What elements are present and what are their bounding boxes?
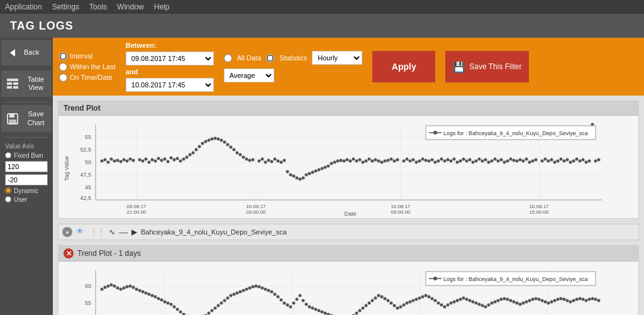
svg-point-56 — [167, 160, 170, 163]
svg-point-181 — [569, 161, 572, 164]
svg-point-49 — [145, 158, 148, 161]
svg-point-355 — [550, 301, 553, 304]
svg-text:15:00:00: 15:00:00 — [529, 209, 549, 215]
svg-point-279 — [311, 307, 314, 310]
user-radio[interactable] — [5, 196, 11, 202]
svg-text:42,5: 42,5 — [80, 195, 91, 201]
svg-point-226 — [145, 292, 148, 295]
table-view-button[interactable]: Table View — [1, 70, 52, 97]
axis-max-input[interactable] — [5, 161, 48, 172]
svg-point-85 — [261, 158, 264, 161]
svg-point-295 — [362, 307, 365, 310]
menu-application[interactable]: Application — [5, 3, 42, 11]
svg-point-172 — [541, 160, 544, 163]
svg-point-236 — [176, 308, 179, 311]
on-time-radio[interactable] — [59, 74, 67, 82]
dynamic-radio[interactable] — [5, 187, 11, 194]
back-button[interactable]: Back — [1, 40, 52, 65]
svg-point-146 — [456, 161, 459, 164]
save-filter-button[interactable]: 💾 Save This Filter — [445, 51, 529, 82]
svg-point-105 — [324, 166, 327, 169]
fixed-bwn-radio[interactable] — [5, 152, 11, 158]
svg-point-304 — [390, 302, 393, 305]
date-from-select[interactable]: 09.08.2017 17:45 — [126, 52, 214, 65]
svg-point-48 — [142, 160, 145, 163]
svg-point-148 — [462, 158, 465, 161]
all-data-radio[interactable] — [224, 54, 232, 62]
svg-point-283 — [324, 312, 327, 315]
svg-point-361 — [569, 301, 572, 304]
apply-button[interactable]: Apply — [372, 51, 435, 82]
charts-area[interactable]: Trend Plot 55 — [53, 96, 644, 315]
svg-point-163 — [509, 158, 513, 161]
line-style-icon[interactable]: — — [119, 227, 128, 237]
svg-point-357 — [557, 298, 560, 301]
wave-icon[interactable]: ∿ — [109, 228, 115, 236]
svg-point-52 — [154, 160, 157, 163]
svg-point-126 — [390, 158, 393, 161]
title-bar: TAG LOGS — [0, 14, 644, 38]
save-chart-button[interactable]: Save Chart — [1, 105, 52, 131]
svg-text:10.08.17: 10.08.17 — [391, 204, 411, 209]
eye-icon[interactable]: 👁 — [76, 227, 86, 237]
svg-point-68 — [204, 140, 208, 143]
svg-point-133 — [415, 161, 418, 164]
svg-point-97 — [299, 178, 302, 181]
svg-point-264 — [264, 288, 267, 291]
svg-point-179 — [563, 160, 566, 163]
hourly-select[interactable]: Hourly Daily Weekly — [312, 51, 362, 65]
svg-point-260 — [252, 285, 255, 289]
svg-point-138 — [431, 158, 434, 162]
chart2-svg: 60 55 50 45 1,50222·10⁹ 1,50224·10⁹ 1,50… — [61, 264, 614, 315]
table-view-icon — [5, 76, 20, 91]
interval-radio-group: Interval Within the Last On Time/Date — [59, 52, 116, 82]
svg-point-147 — [459, 160, 462, 163]
svg-point-92 — [283, 159, 286, 162]
svg-point-150 — [469, 158, 472, 162]
close-chart2-button[interactable]: ✕ — [64, 248, 74, 258]
svg-point-177 — [557, 160, 560, 163]
svg-point-321 — [443, 306, 447, 309]
svg-point-261 — [255, 285, 258, 288]
within-last-radio[interactable] — [59, 63, 67, 71]
axis-min-input[interactable] — [5, 174, 48, 185]
svg-point-152 — [475, 160, 478, 163]
svg-point-169 — [528, 161, 531, 164]
svg-point-229 — [154, 296, 157, 299]
menu-tools[interactable]: Tools — [89, 3, 107, 11]
svg-point-354 — [547, 302, 550, 305]
svg-point-337 — [494, 301, 497, 304]
svg-rect-1 — [7, 79, 18, 81]
chart2-inner: 60 55 50 45 1,50222·10⁹ 1,50224·10⁹ 1,50… — [58, 262, 638, 315]
statistics-label: Statistics — [279, 54, 307, 62]
average-select[interactable]: Average Min Max — [224, 69, 274, 82]
tag-color-icon[interactable]: ● — [62, 227, 72, 237]
svg-point-112 — [346, 158, 349, 162]
interval-radio[interactable] — [59, 52, 67, 60]
menu-settings[interactable]: Settings — [52, 3, 79, 11]
svg-point-250 — [220, 302, 223, 305]
svg-point-63 — [189, 153, 192, 157]
date-to-select[interactable]: 10.08.2017 17:45 — [126, 78, 214, 92]
svg-point-228 — [151, 294, 154, 297]
svg-point-265 — [267, 289, 270, 292]
svg-point-262 — [258, 285, 261, 289]
svg-point-230 — [157, 297, 160, 301]
svg-point-55 — [164, 158, 167, 161]
statistics-radio[interactable] — [266, 54, 274, 62]
svg-point-65 — [195, 148, 198, 152]
svg-point-308 — [402, 304, 406, 307]
svg-point-370 — [597, 299, 601, 302]
svg-point-109 — [336, 160, 340, 163]
arrow-icon[interactable]: ▶ — [131, 228, 137, 236]
svg-point-315 — [425, 294, 428, 297]
menu-help[interactable]: Help — [154, 3, 170, 11]
svg-point-167 — [522, 160, 525, 163]
menu-window[interactable]: Window — [117, 3, 144, 11]
svg-point-185 — [582, 158, 585, 162]
svg-point-246 — [208, 312, 211, 315]
svg-point-110 — [340, 159, 343, 162]
dots-icon[interactable]: ⋮⋮ — [90, 228, 105, 236]
svg-text:55: 55 — [85, 134, 91, 140]
svg-point-127 — [393, 160, 396, 163]
